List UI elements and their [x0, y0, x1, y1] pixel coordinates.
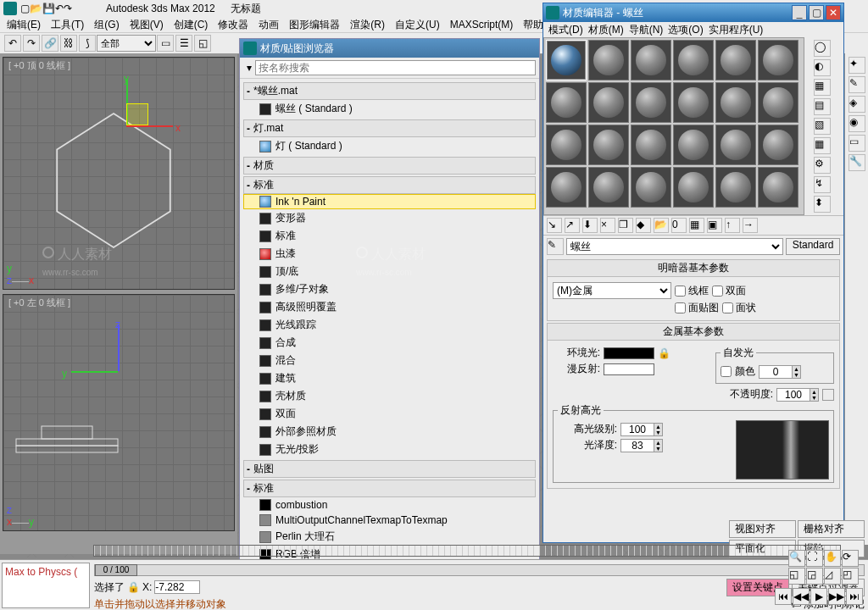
tree-group-header[interactable]: -*螺丝.mat	[243, 82, 536, 100]
link-button[interactable]: 🔗	[42, 35, 58, 52]
sample-slot[interactable]	[673, 167, 714, 208]
make-copy-icon[interactable]: ❐	[618, 218, 633, 233]
dropdown-icon[interactable]: ▾	[247, 62, 252, 74]
tree-item[interactable]: Ink 'n Paint	[243, 194, 536, 209]
zoom-all-icon[interactable]: ⛶	[806, 550, 823, 567]
sample-slot[interactable]	[546, 40, 587, 80]
menu-tools[interactable]: 工具(T)	[47, 18, 87, 32]
browser-tree[interactable]: -*螺丝.mat螺丝 ( Standard )-灯.mat灯 ( Standar…	[240, 79, 539, 604]
sample-slot[interactable]	[715, 167, 756, 208]
med-menu-options[interactable]: 选项(O)	[666, 23, 704, 37]
viewport-top[interactable]: [ +0 顶 0 线框 ] y x yz——x	[3, 57, 235, 290]
viewport-left[interactable]: [ +0 左 0 线框 ] z y zx——y	[3, 294, 235, 531]
facemap-checkbox[interactable]	[675, 302, 686, 313]
reset-icon[interactable]: ×	[600, 218, 615, 233]
lock-icon[interactable]: 🔒	[127, 581, 140, 593]
tree-group-header[interactable]: -材质	[243, 157, 536, 175]
spinner-arrows[interactable]: ▲▼	[793, 365, 801, 379]
pan-icon[interactable]: ✋	[824, 550, 841, 567]
tree-item[interactable]: 灯 ( Standard )	[243, 137, 536, 155]
tree-group-header[interactable]: -标准	[243, 176, 536, 194]
menu-grapheditors[interactable]: 图形编辑器	[286, 18, 343, 32]
material-id-icon[interactable]: 0	[671, 218, 687, 233]
sample-slot[interactable]	[631, 167, 671, 208]
rollout-header[interactable]: 明暗器基本参数	[548, 260, 839, 277]
go-forward-icon[interactable]: →	[743, 218, 758, 233]
med-menu-nav[interactable]: 导航(N)	[627, 23, 665, 37]
menu-custom[interactable]: 自定义(U)	[392, 18, 443, 32]
goto-end-icon[interactable]: ⏭	[846, 588, 863, 605]
tree-group-header[interactable]: -贴图	[243, 460, 536, 478]
tree-item[interactable]: 外部参照材质	[243, 423, 536, 441]
mtl-map-nav-icon[interactable]: ⬍	[814, 196, 831, 213]
track-bar[interactable]	[93, 542, 841, 559]
viewport-label-left[interactable]: [ +0 左 0 线框 ]	[8, 297, 70, 309]
time-slider-handle[interactable]: 0 / 100	[95, 564, 137, 576]
time-slider[interactable]: 0 / 100	[94, 564, 865, 576]
selfillum-value[interactable]	[759, 365, 793, 379]
med-menu-util[interactable]: 实用程序(U)	[707, 23, 765, 37]
select-button[interactable]: ▭	[157, 35, 174, 52]
spinner-arrows[interactable]: ▲▼	[654, 423, 663, 436]
display-tab-icon[interactable]: ▭	[849, 135, 865, 152]
view-align-button[interactable]: 视图对齐	[729, 520, 796, 538]
backlight-icon[interactable]: ◐	[814, 59, 831, 76]
undo-icon[interactable]: ↶	[55, 3, 64, 14]
fov-icon[interactable]: ◿	[824, 568, 841, 585]
new-icon[interactable]: ▢	[20, 3, 30, 14]
put-to-scene-icon[interactable]: ↗	[565, 218, 580, 233]
max-toggle-icon[interactable]: ◰	[842, 568, 859, 585]
show-map-icon[interactable]: ▦	[689, 218, 704, 233]
eyedropper-icon[interactable]: ✎	[547, 238, 564, 255]
wire-checkbox[interactable]	[675, 286, 686, 297]
spinner-arrows[interactable]: ▲▼	[810, 388, 819, 402]
menu-maxscript[interactable]: MAXScript(M)	[447, 19, 517, 30]
sample-slot[interactable]	[673, 125, 714, 165]
tree-item[interactable]: 无光/投影	[243, 441, 536, 458]
hierarchy-tab-icon[interactable]: ◈	[849, 96, 865, 113]
minimize-button[interactable]: _	[792, 5, 807, 20]
opacity-map-slot[interactable]	[822, 389, 834, 401]
sample-slot[interactable]	[758, 125, 798, 165]
create-tab-icon[interactable]: ✦	[849, 57, 865, 74]
preview-icon[interactable]: ▦	[814, 137, 831, 154]
sample-slot[interactable]	[588, 40, 629, 80]
redo-icon[interactable]: ↷	[64, 3, 72, 14]
prev-frame-icon[interactable]: ◀◀	[793, 588, 810, 605]
med-titlebar[interactable]: 材质编辑器 - 螺丝 _ ▢ ✕	[543, 3, 843, 22]
tree-item[interactable]: 合成	[243, 334, 536, 352]
sample-type-icon[interactable]: ◯	[814, 40, 831, 57]
background-icon[interactable]: ▦	[814, 79, 831, 96]
faceted-checkbox[interactable]	[722, 302, 733, 313]
select-region-button[interactable]: ◱	[194, 35, 211, 52]
tree-item[interactable]: 建筑	[243, 369, 536, 387]
grid-align-button[interactable]: 栅格对齐	[798, 520, 865, 538]
undo-button[interactable]: ↶	[4, 35, 21, 52]
menu-anim[interactable]: 动画	[255, 18, 282, 32]
tree-item[interactable]: 顶/底	[243, 263, 536, 280]
orbit-icon[interactable]: ⟳	[842, 550, 859, 567]
next-frame-icon[interactable]: ▶▶	[828, 588, 845, 605]
tree-item[interactable]: 双面	[243, 405, 536, 423]
menu-render[interactable]: 渲染(R)	[347, 18, 388, 32]
tree-item[interactable]: 光线跟踪	[243, 316, 536, 334]
med-menu-mode[interactable]: 模式(D)	[547, 23, 585, 37]
zoom-ext-all-icon[interactable]: ◲	[806, 568, 823, 585]
sample-slot[interactable]	[588, 125, 629, 165]
sample-slot[interactable]	[631, 40, 671, 80]
menu-create[interactable]: 创建(C)	[170, 18, 212, 32]
tree-group-header[interactable]: -灯.mat	[243, 119, 536, 137]
lock-icon[interactable]: 🔒	[658, 347, 670, 359]
tree-item[interactable]: 高级照明覆盖	[243, 298, 536, 316]
opacity-value[interactable]	[776, 388, 810, 402]
maxscript-listener[interactable]: Max to Physcs (	[2, 563, 90, 608]
sample-slot[interactable]	[588, 167, 629, 208]
modify-tab-icon[interactable]: ✎	[849, 76, 865, 93]
sample-slot[interactable]	[546, 125, 587, 165]
tree-item[interactable]: 标准	[243, 227, 536, 245]
material-type-button[interactable]: Standard	[786, 238, 840, 255]
sample-slot[interactable]	[546, 167, 587, 208]
redo-button[interactable]: ↷	[23, 35, 40, 52]
tree-group-header[interactable]: -标准	[243, 480, 536, 497]
menu-modifiers[interactable]: 修改器	[214, 18, 252, 32]
